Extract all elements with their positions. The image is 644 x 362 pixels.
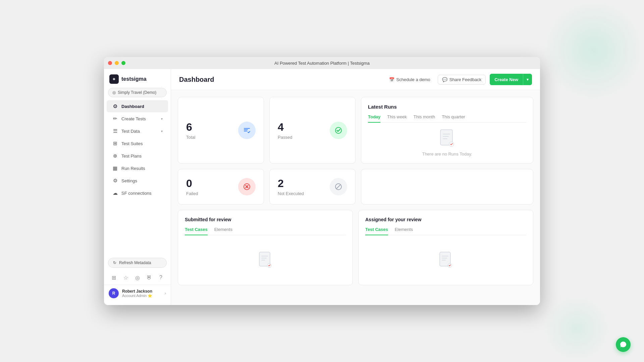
share-feedback-button[interactable]: 💬 Share Feedback	[438, 75, 486, 84]
sidebar-bottom-icons: ⊞ ☆ ◎ ⛨ ?	[104, 270, 171, 285]
stat-card-passed: 4 Passed	[269, 97, 356, 164]
runs-empty-message: There are no Runs Today.	[422, 152, 472, 157]
empty-document-icon	[439, 128, 455, 148]
workspace-selector[interactable]: ◎ Simply Travel (Demo)	[108, 88, 167, 97]
app-window: AI Powered Test Automation Platform | Te…	[104, 57, 540, 305]
user-name: Robert Jackson	[122, 289, 161, 294]
assigned-review-tabs: Test Cases Elements	[365, 227, 526, 235]
sidebar-item-label: Test Data	[121, 129, 140, 134]
sidebar-item-test-data[interactable]: ☰ Test Data ▾	[107, 125, 168, 137]
stat-label-failed: Failed	[186, 191, 198, 196]
workspace-label: Simply Travel (Demo)	[118, 90, 156, 95]
stat-icon-failed	[238, 178, 256, 195]
assigned-empty-doc-icon	[438, 251, 453, 268]
chevron-down-icon: ▾	[161, 117, 163, 121]
feedback-label: Share Feedback	[449, 77, 481, 82]
minimize-button[interactable]	[115, 61, 119, 65]
header-actions: 📅 Schedule a demo 💬 Share Feedback Creat…	[386, 74, 532, 85]
stat-label-total: Total	[186, 135, 195, 140]
test-suites-icon: ⊞	[112, 140, 118, 146]
assigned-elements-tab[interactable]: Elements	[395, 227, 413, 235]
maximize-button[interactable]	[121, 61, 125, 65]
dashboard-grid: 6 Total 4	[171, 90, 540, 305]
feedback-icon: 💬	[442, 77, 447, 82]
sf-connections-icon: ☁	[112, 190, 118, 196]
slash-circle-icon	[334, 183, 342, 191]
bottom-row: Submitted for review Test Cases Elements	[178, 210, 533, 285]
test-data-icon: ☰	[112, 128, 118, 134]
stat-number-total: 6	[186, 121, 195, 133]
submitted-review-title: Submitted for review	[185, 217, 346, 222]
user-info: Robert Jackson Account Admin ⭐	[122, 289, 161, 298]
circle-icon[interactable]: ◎	[132, 273, 143, 283]
help-icon[interactable]: ?	[156, 273, 166, 283]
schedule-demo-button[interactable]: 📅 Schedule a demo	[386, 75, 434, 84]
edit-list-icon	[243, 126, 251, 134]
logo-icon: ✦	[109, 74, 119, 84]
latest-runs-card: Latest Runs Today This week This month T…	[361, 97, 533, 164]
submitted-empty-state	[185, 241, 346, 278]
submitted-test-cases-tab[interactable]: Test Cases	[185, 227, 208, 235]
stat-label-passed: Passed	[278, 135, 292, 140]
run-results-icon: ▦	[112, 165, 118, 171]
calendar-icon: 📅	[389, 77, 394, 82]
assigned-test-cases-tab[interactable]: Test Cases	[365, 227, 388, 235]
runs-tab-this-week[interactable]: This week	[387, 114, 407, 123]
stat-card-total: 6 Total	[178, 97, 264, 164]
refresh-metadata-button[interactable]: ↻ Refresh Metadata	[108, 258, 167, 268]
logo-text: testsigma	[121, 76, 147, 82]
stat-number-passed: 4	[278, 121, 292, 133]
user-section[interactable]: R Robert Jackson Account Admin ⭐ ›	[104, 285, 171, 302]
create-tests-icon: ✏	[112, 116, 118, 122]
sidebar-item-label: Create Tests	[121, 116, 146, 121]
sidebar-item-label: Test Plans	[121, 154, 142, 159]
refresh-icon: ↻	[113, 260, 116, 265]
chat-fab-button[interactable]	[616, 337, 631, 352]
window-title: AI Powered Test Automation Platform | Te…	[274, 61, 370, 66]
assigned-review-title: Assigned for your review	[365, 217, 526, 222]
sidebar-item-create-tests[interactable]: ✏ Create Tests ▾	[107, 113, 168, 125]
runs-card-bottom	[361, 169, 533, 204]
sidebar-item-run-results[interactable]: ▦ Run Results	[107, 162, 168, 174]
sidebar-item-sf-connections[interactable]: ☁ SF connections	[107, 187, 168, 199]
workspace-icon: ◎	[112, 90, 116, 95]
stats-row-2: 0 Failed 2	[178, 169, 533, 204]
settings-icon: ⚙	[112, 178, 118, 184]
sidebar-item-dashboard[interactable]: ⊙ Dashboard	[107, 100, 168, 112]
page-title: Dashboard	[179, 76, 386, 83]
chevron-down-icon: ▾	[161, 129, 163, 133]
star-icon[interactable]: ☆	[121, 273, 131, 283]
latest-runs-title: Latest Runs	[368, 104, 526, 110]
title-bar: AI Powered Test Automation Platform | Te…	[104, 57, 540, 69]
runs-tab-this-quarter[interactable]: This quarter	[442, 114, 465, 123]
sidebar-item-label: Dashboard	[121, 104, 144, 109]
dashboard-icon: ⊙	[112, 103, 118, 109]
submitted-elements-tab[interactable]: Elements	[214, 227, 232, 235]
submitted-empty-doc-icon	[258, 251, 273, 268]
runs-tab-this-month[interactable]: This month	[414, 114, 435, 123]
runs-tabs: Today This week This month This quarter	[368, 114, 526, 123]
stat-icon-total	[238, 122, 256, 139]
stat-info-not-executed: 2 Not Executed	[278, 177, 304, 196]
stats-row: 6 Total 4	[178, 97, 533, 164]
logo: ✦ testsigma	[104, 69, 171, 88]
sidebar-item-label: Test Suites	[121, 141, 143, 146]
sidebar-item-test-suites[interactable]: ⊞ Test Suites	[107, 137, 168, 149]
runs-tab-today[interactable]: Today	[368, 114, 380, 123]
stat-info-passed: 4 Passed	[278, 121, 292, 140]
sidebar-item-test-plans[interactable]: ⊕ Test Plans	[107, 150, 168, 162]
sidebar-item-label: Run Results	[121, 166, 145, 171]
stat-info-total: 6 Total	[186, 121, 195, 140]
sidebar-item-settings[interactable]: ⚙ Settings	[107, 175, 168, 187]
test-plans-icon: ⊕	[112, 153, 118, 159]
grid-icon[interactable]: ⊞	[109, 273, 119, 283]
chat-icon	[620, 341, 627, 348]
main-content: Dashboard 📅 Schedule a demo 💬 Share Feed…	[171, 69, 540, 305]
dropdown-arrow-icon[interactable]: ▾	[523, 75, 532, 84]
shield-icon[interactable]: ⛨	[144, 273, 154, 283]
user-chevron-icon: ›	[165, 291, 166, 296]
stat-icon-not-executed	[330, 178, 347, 195]
stat-info-failed: 0 Failed	[186, 177, 198, 196]
create-new-button[interactable]: Create New ▾	[490, 74, 532, 85]
close-button[interactable]	[108, 61, 112, 65]
